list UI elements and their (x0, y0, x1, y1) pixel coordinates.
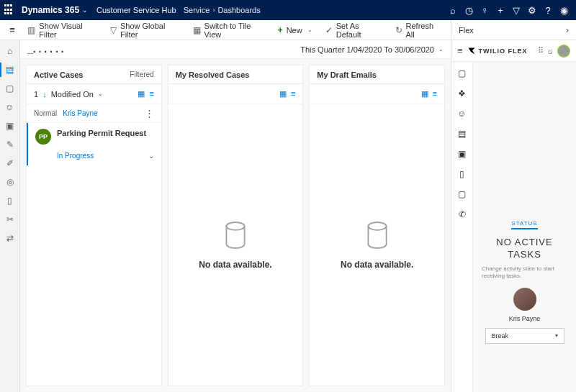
status-tab[interactable]: STATUS (511, 220, 537, 229)
hub-name[interactable]: Customer Service Hub (96, 6, 176, 14)
case-item[interactable]: PP Parking Permit Request (27, 123, 161, 147)
nav-dashboard-icon[interactable]: ▤ (4, 63, 17, 76)
view-grid-icon[interactable]: ▦ (279, 89, 287, 99)
nav-stats-icon[interactable]: ▤ (456, 128, 468, 140)
search-icon[interactable]: ⌕ (445, 2, 461, 18)
tile-view-label: Switch to Tile View (204, 22, 265, 39)
active-cases-header: Active Cases Filtered (27, 65, 161, 84)
visual-filter-label: Show Visual Filter (39, 22, 97, 39)
no-tasks-hint: Change activity state to start receiving… (479, 265, 570, 281)
show-visual-filter-button[interactable]: ▥Show Visual Filter (22, 22, 103, 39)
empty-text: No data available. (199, 260, 271, 270)
chevron-down-icon[interactable]: ⌄ (148, 152, 154, 160)
chevron-down-icon: ⌄ (438, 46, 444, 53)
sort-arrow-icon[interactable]: ↓ (42, 90, 47, 99)
draft-emails-header: My Draft Emails (310, 65, 444, 84)
chevron-right-icon: › (212, 6, 215, 14)
agent-avatar (513, 288, 536, 311)
nav-globe-icon[interactable]: ◎ (4, 176, 17, 188)
no-tasks-heading: NO ACTIVE TASKS (479, 237, 570, 261)
priority-label: Normal (34, 109, 57, 117)
hamburger-icon[interactable]: ≡ (457, 45, 463, 56)
resolved-cases-column: My Resolved Cases ▦ ≡ No data available. (168, 65, 304, 386)
nav-clipboard-icon[interactable]: ▢ (4, 82, 17, 95)
mic-icon[interactable]: ⍉ (548, 47, 553, 55)
activity-state-select[interactable]: Break ▾ (485, 328, 564, 344)
twilio-logo: TWILIO FLEX (467, 47, 528, 55)
flex-header-label: Flex (459, 26, 474, 35)
sort-field[interactable]: Modified On (51, 90, 94, 99)
case-status-row: In Progress ⌄ (27, 147, 161, 165)
more-icon[interactable]: ⋮ (145, 108, 154, 119)
nav-people-icon[interactable]: ☺ (456, 108, 468, 119)
nav-phone-icon[interactable]: ✆ (456, 209, 468, 220)
agent-name: Kris Payne (509, 315, 541, 322)
nav-home-icon[interactable]: ⌂ (4, 45, 17, 58)
filtered-badge[interactable]: Filtered (130, 70, 153, 78)
check-icon: ✓ (325, 25, 333, 35)
nav-edit-icon[interactable]: ✐ (4, 157, 17, 170)
nav-image-icon[interactable]: ▣ (456, 148, 468, 160)
refresh-button[interactable]: ↻Refresh All (390, 22, 446, 39)
view-grid-icon[interactable]: ▦ (138, 89, 145, 99)
task-icon[interactable]: ◷ (461, 2, 477, 18)
nav-layers-icon[interactable]: ❖ (456, 88, 468, 99)
user-icon[interactable]: ◉ (556, 2, 572, 18)
active-cases-column: Active Cases Filtered 1 ↓ Modified On ⌄ … (26, 65, 162, 386)
draft-emails-column: My Draft Emails ▦ ≡ No data available. (309, 65, 445, 386)
nav-switch-icon[interactable]: ⇄ (4, 232, 17, 245)
breadcrumb-service[interactable]: Service (184, 6, 210, 14)
nav-doc-icon[interactable]: ▯ (456, 168, 468, 180)
settings-gear-icon[interactable]: ⚙ (524, 2, 540, 18)
nav-contact-icon[interactable]: ☺ (4, 101, 17, 114)
add-icon[interactable]: + (492, 2, 508, 18)
view-list-icon[interactable]: ≡ (433, 89, 437, 99)
new-button[interactable]: +New⌄ (272, 22, 318, 39)
nav-book-icon[interactable]: ▯ (4, 194, 17, 207)
filter-icon[interactable]: ▽ (508, 2, 524, 18)
twilio-flex-pane: ≡ TWILIO FLEX ⠿ ⍉ ▢ ❖ ☺ ▤ ▣ ▯ ▢ ✆ (451, 40, 576, 392)
chevron-down-icon[interactable]: ⌄ (98, 91, 103, 97)
refresh-label: Refresh All (406, 22, 441, 39)
brand-chevron-icon[interactable]: ⌄ (82, 6, 88, 14)
database-icon (222, 221, 248, 250)
owner-link[interactable]: Kris Payne (63, 109, 97, 117)
breadcrumb-dashboards[interactable]: Dashboards (217, 6, 260, 14)
lightbulb-icon[interactable]: ♀ (477, 2, 492, 18)
twilio-bar: ≡ TWILIO FLEX ⠿ ⍉ (451, 40, 576, 62)
date-range-bar[interactable]: This Quarter 1/04/2020 To 30/06/2020 ⌄ (20, 40, 451, 59)
dialpad-icon[interactable]: ⠿ (538, 46, 544, 55)
funnel-icon: ▽ (110, 25, 117, 35)
hamburger-icon[interactable]: ≡ (4, 22, 20, 39)
app-launcher-icon[interactable] (4, 4, 16, 16)
set-default-button[interactable]: ✓Set As Default (320, 22, 388, 39)
page-title-partial: _. . . . . . (27, 43, 64, 55)
chevron-down-icon: ⌄ (307, 27, 312, 33)
case-title: Parking Permit Request (57, 129, 146, 137)
help-icon[interactable]: ? (540, 2, 556, 18)
count-label: 1 (34, 90, 38, 99)
view-list-icon[interactable]: ≡ (291, 89, 295, 99)
nav-tools-icon[interactable]: ✂ (4, 213, 17, 226)
twilio-flex-icon (467, 47, 476, 55)
switch-tile-button[interactable]: ▦Switch to Tile View (187, 22, 271, 39)
nav-bookmark-icon[interactable]: ▣ (4, 119, 17, 132)
col-title: My Draft Emails (317, 70, 377, 79)
nav-tray-icon[interactable]: ▢ (456, 68, 468, 79)
view-list-icon[interactable]: ≡ (149, 89, 153, 99)
nav-note-icon[interactable]: ▢ (456, 188, 468, 200)
show-global-filter-button[interactable]: ▽Show Global Filter (104, 22, 186, 39)
expand-chevron-icon[interactable]: › (566, 24, 569, 35)
database-icon (364, 221, 390, 250)
activity-state-value: Break (492, 332, 509, 339)
case-badge: PP (35, 129, 51, 145)
empty-text: No data available. (341, 260, 413, 270)
nav-graph-icon[interactable]: ✎ (4, 138, 17, 151)
col-title: My Resolved Cases (176, 70, 250, 79)
view-grid-icon[interactable]: ▦ (421, 89, 428, 99)
twilio-main: STATUS NO ACTIVE TASKS Change activity s… (473, 62, 576, 392)
user-avatar[interactable] (557, 45, 570, 58)
left-nav: ⌂ ▤ ▢ ☺ ▣ ✎ ✐ ◎ ▯ ✂ ⇄ (0, 40, 20, 392)
command-bar: ≡ ▥Show Visual Filter ▽Show Global Filte… (0, 20, 451, 40)
case-meta-row: Normal Kris Payne ⋮ (27, 104, 161, 123)
